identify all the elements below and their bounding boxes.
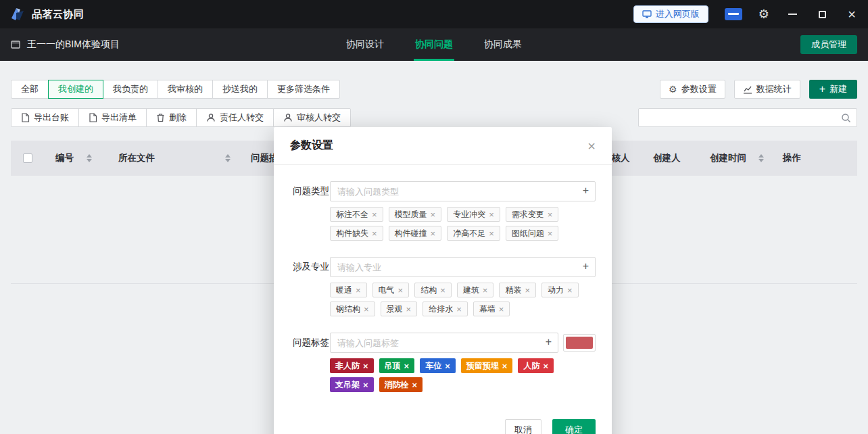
new-button[interactable]: + 新建: [809, 80, 857, 99]
tag-close-icon[interactable]: ×: [456, 305, 462, 314]
tag-close-icon[interactable]: ×: [567, 286, 573, 295]
issue-type-tag: 模型质量 ×: [389, 207, 442, 222]
transfer-owner-button[interactable]: 责任人转交: [196, 108, 274, 127]
filter-tab[interactable]: 抄送我的: [212, 80, 268, 99]
tag-close-icon[interactable]: ×: [372, 210, 377, 219]
select-all-checkbox[interactable]: [23, 153, 32, 163]
tag-close-icon[interactable]: ×: [431, 210, 436, 219]
project-name: 王一一的BIM体验项目: [27, 39, 120, 51]
tag-close-icon[interactable]: ×: [363, 381, 368, 389]
maximize-button[interactable]: [815, 7, 829, 21]
sort-icon[interactable]: [87, 154, 92, 162]
discipline-tag-list: 暖通 × 电气 × 结构 ×: [330, 283, 596, 316]
add-icon[interactable]: +: [546, 337, 552, 347]
close-button[interactable]: ×: [845, 7, 859, 21]
search-icon[interactable]: [841, 113, 851, 123]
titlebar: 品茗云协同 进入网页版 ⚙ ×: [0, 0, 868, 28]
transfer-reviewer-button[interactable]: 审核人转交: [273, 108, 351, 127]
tag-close-icon[interactable]: ×: [445, 362, 450, 370]
tag-close-icon[interactable]: ×: [489, 229, 494, 238]
tag-color-swatch[interactable]: [563, 334, 596, 352]
issue-type-input[interactable]: [330, 181, 596, 201]
colored-tag: 车位 ×: [420, 358, 456, 373]
sort-icon[interactable]: [758, 154, 764, 162]
column-header-actions: 操作: [783, 141, 801, 176]
tag-close-icon[interactable]: ×: [431, 229, 436, 238]
floating-window-icon[interactable]: [725, 8, 742, 20]
filter-tab[interactable]: 我审核的: [158, 80, 213, 99]
issue-type-tag: 专业冲突 ×: [447, 207, 500, 222]
tag-label: 动力: [548, 285, 564, 296]
tag-label: 构件碰撞: [395, 228, 427, 239]
filter-tab[interactable]: 全部: [11, 80, 49, 99]
tag-close-icon[interactable]: ×: [398, 286, 404, 295]
tag-close-icon[interactable]: ×: [364, 305, 369, 314]
tab-collab-results[interactable]: 协同成果: [484, 28, 522, 61]
document-icon: [21, 113, 30, 122]
tag-label: 净高不足: [453, 228, 485, 239]
tag-close-icon[interactable]: ×: [404, 362, 410, 370]
app-title: 品茗云协同: [32, 8, 85, 21]
export-ledger-button[interactable]: 导出台账: [11, 108, 79, 127]
filter-tab[interactable]: 我创建的: [48, 80, 103, 99]
settings-gear-icon[interactable]: ⚙: [758, 8, 769, 20]
delete-button[interactable]: 删除: [146, 108, 197, 127]
tag-close-icon[interactable]: ×: [356, 286, 361, 295]
minimize-button[interactable]: [786, 7, 799, 21]
toolbar: 导出台账 导出清单 删除 责任人转交: [11, 108, 351, 127]
issue-tag-input[interactable]: [330, 333, 558, 353]
tag-close-icon[interactable]: ×: [440, 286, 445, 295]
tag-close-icon[interactable]: ×: [499, 305, 504, 314]
filter-tab[interactable]: 更多筛选条件: [267, 80, 340, 99]
data-stats-button[interactable]: 数据统计: [734, 80, 800, 99]
new-button-label: 新建: [829, 83, 847, 95]
tag-label: 结构: [420, 285, 437, 296]
discipline-label: 涉及专业: [293, 257, 330, 316]
issue-type-tag: 构件碰撞 ×: [389, 226, 442, 241]
tag-close-icon[interactable]: ×: [363, 362, 368, 370]
modal-header: 参数设置 ×: [274, 127, 612, 165]
tag-label: 景观: [387, 304, 403, 315]
data-stats-label: 数据统计: [756, 83, 792, 95]
person-icon: [283, 113, 293, 122]
cancel-button[interactable]: 取消: [505, 419, 541, 434]
tag-close-icon[interactable]: ×: [372, 229, 377, 238]
discipline-section: 涉及专业 + 暖通 ×: [293, 257, 596, 316]
person-icon: [206, 113, 216, 122]
search-input[interactable]: [638, 108, 857, 127]
discipline-tag: 动力 ×: [541, 283, 579, 297]
tag-close-icon[interactable]: ×: [483, 286, 488, 295]
enter-web-version-button[interactable]: 进入网页版: [633, 5, 708, 23]
document-icon: [89, 113, 97, 122]
confirm-button[interactable]: 确定: [552, 419, 596, 434]
colored-tag: 吊顶 ×: [379, 358, 415, 373]
tag-label: 车位: [425, 360, 441, 372]
tag-label: 电气: [379, 285, 395, 296]
tab-collab-design[interactable]: 协同设计: [346, 28, 384, 61]
sort-icon[interactable]: [225, 154, 231, 162]
tag-close-icon[interactable]: ×: [543, 362, 548, 370]
column-header-id: 编号: [55, 141, 74, 176]
transfer-reviewer-label: 审核人转交: [297, 112, 341, 124]
add-icon[interactable]: +: [583, 185, 589, 196]
add-icon[interactable]: +: [583, 261, 589, 272]
tag-close-icon[interactable]: ×: [548, 210, 553, 219]
tag-close-icon[interactable]: ×: [548, 229, 553, 238]
modal-close-icon[interactable]: ×: [587, 139, 596, 153]
tag-close-icon[interactable]: ×: [502, 362, 508, 370]
filter-tab[interactable]: 我负责的: [103, 80, 158, 99]
tag-close-icon[interactable]: ×: [412, 381, 418, 389]
column-header-created-at: 创建时间: [710, 141, 746, 176]
issue-tag-list: 非人防 × 吊顶 × 车位 ×: [330, 358, 563, 392]
export-list-button[interactable]: 导出清单: [78, 108, 147, 127]
discipline-input[interactable]: [330, 257, 596, 277]
tag-close-icon[interactable]: ×: [406, 305, 412, 314]
tag-close-icon[interactable]: ×: [525, 286, 530, 295]
tag-close-icon[interactable]: ×: [489, 210, 494, 219]
tag-label: 吊顶: [385, 360, 401, 372]
modal-body: 问题类型 + 标注不全 ×: [274, 165, 612, 434]
member-manage-button[interactable]: 成员管理: [800, 35, 857, 54]
param-settings-button[interactable]: ⚙ 参数设置: [660, 80, 725, 99]
issue-tag-label: 问题标签: [293, 333, 330, 392]
tab-collab-issues[interactable]: 协同问题: [415, 28, 453, 61]
